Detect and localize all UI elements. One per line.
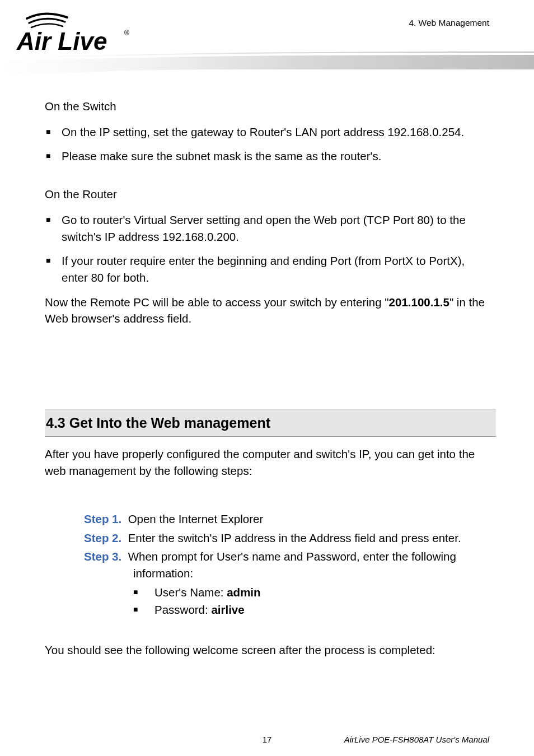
remote-pc-paragraph: Now the Remote PC will be able to access… bbox=[45, 294, 493, 327]
list-item: Go to router's Virtual Server setting an… bbox=[45, 212, 493, 245]
list-item: Please make sure the subnet mask is the … bbox=[45, 148, 493, 165]
switch-bullet-list: On the IP setting, set the gateway to Ro… bbox=[45, 124, 493, 165]
on-router-heading: On the Router bbox=[45, 186, 493, 203]
list-item: Password: airlive bbox=[133, 601, 493, 618]
section-intro: After you have properly configured the c… bbox=[45, 446, 493, 479]
step-label: Step 2. bbox=[84, 531, 121, 544]
closing-paragraph: You should see the following welcome scr… bbox=[45, 642, 493, 659]
header-chapter: 4. Web Management bbox=[409, 18, 489, 28]
step-3: Step 3. When prompt for User's name and … bbox=[84, 548, 493, 581]
list-item: On the IP setting, set the gateway to Ro… bbox=[45, 124, 493, 141]
svg-text:®: ® bbox=[124, 29, 129, 37]
step-label: Step 3. bbox=[84, 550, 121, 563]
section-heading-4-3: 4.3 Get Into the Web management bbox=[45, 409, 496, 437]
step-2: Step 2. Enter the switch's IP address in… bbox=[84, 530, 493, 547]
router-bullet-list: Go to router's Virtual Server setting an… bbox=[45, 212, 493, 286]
manual-title: AirLive POE-FSH808AT User's Manual bbox=[344, 735, 489, 744]
step-1: Step 1. Open the Internet Explorer bbox=[84, 511, 493, 528]
step-3-sublist: User's Name: admin Password: airlive bbox=[133, 584, 493, 618]
list-item: If your router require enter the beginni… bbox=[45, 253, 493, 286]
steps-block: Step 1. Open the Internet Explorer Step … bbox=[84, 511, 493, 618]
list-item: User's Name: admin bbox=[133, 584, 493, 601]
step-label: Step 1. bbox=[84, 512, 121, 525]
on-switch-heading: On the Switch bbox=[45, 98, 493, 115]
page-content: On the Switch On the IP setting, set the… bbox=[45, 98, 493, 668]
header-banner-graphic bbox=[0, 50, 534, 76]
